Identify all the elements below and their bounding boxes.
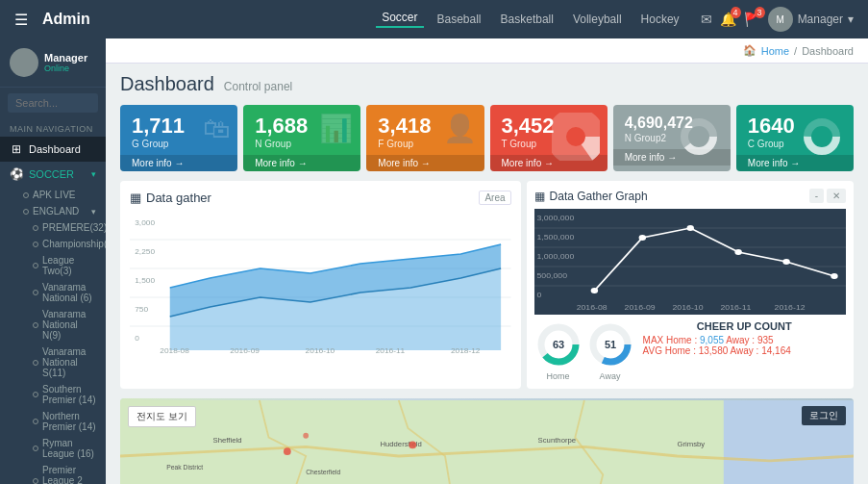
sidebar-item-premere[interactable]: PREMERE(32) [17,219,106,236]
stat-card-t-group: 3,452 T Group More info → [490,105,608,171]
label-northern: Northern Premier (14) [42,411,96,432]
sidebar-avatar [10,48,38,77]
svg-text:2,250: 2,250 [135,247,155,256]
nav-baseball[interactable]: Baseball [432,13,487,26]
svg-text:0: 0 [536,292,542,299]
svg-text:51: 51 [604,339,615,350]
stat-label-n2: N Group2 [625,133,719,143]
alert-badge: 3 [755,7,765,18]
cheer-max: MAX Home : 9,055 Away : 935 [643,335,846,345]
chevron-down-icon: ▾ [848,13,854,26]
sidebar-item-vanarama9[interactable]: Vanarama National N(9) [17,306,106,344]
label-vanarama6: Vanarama National (6) [42,282,96,303]
nav-basketball[interactable]: Basketball [495,13,559,26]
manager-label: Manager [798,13,843,26]
svg-text:Grimsby: Grimsby [677,441,705,449]
sidebar: Manager Online MAIN NAVIGATION ⊞ Dashboa… [0,38,106,484]
sidebar-item-apk-live[interactable]: APK LIVE [8,187,106,203]
stat-card-n-group: 📊 1,688 N Group More info → [243,105,360,171]
graph-dot [782,259,789,265]
sidebar-label-apk-live: APK LIVE [33,190,75,200]
bar-chart-icon: ▦ [130,191,141,205]
stat-more-g[interactable]: More info → [120,155,237,171]
gather-graph-svg: 3,000,000 1,500,000 1,000,000 500,000 0 [534,209,846,315]
sidebar-label-soccer: SOCCER [29,168,74,180]
svg-point-50 [409,442,416,449]
sidebar-item-dashboard[interactable]: ⊞ Dashboard [0,137,106,162]
sidebar-item-soccer[interactable]: ⚽ SOCCER ▾ [0,162,106,187]
cheer-stats: CHEER UP COUNT MAX Home : 9,055 Away : 9… [638,320,846,381]
sidebar-search-container [0,88,106,118]
stat-label-g: G Group [132,139,226,149]
dot-icon [33,446,38,451]
dot-icon [33,322,38,328]
nav-volleyball[interactable]: Volleyball [567,13,628,26]
svg-point-51 [303,433,309,439]
area-chart-svg: 3,000 2,250 1,500 750 0 [130,211,511,355]
stat-more-n[interactable]: More info → [243,155,360,171]
sidebar-item-premier2[interactable]: Premier League 2 (1) [17,462,106,484]
svg-text:2016-09: 2016-09 [230,346,260,355]
sidebar-item-england[interactable]: ENGLAND ▾ [8,203,106,219]
graph-dot [590,288,597,293]
pie-chart-icon [552,113,600,161]
england-chevron: ▾ [91,207,96,217]
stat-more-f[interactable]: More info → [366,155,484,171]
svg-text:2016-09: 2016-09 [624,304,656,312]
breadcrumb-home[interactable]: Home [761,45,789,57]
charts-row: ▦ Data gather Area 3,000 2,250 [106,176,868,394]
map-view-button[interactable]: 전지도 보기 [128,406,196,427]
grid-icon: ▦ [534,190,545,203]
label-premier2: Premier League 2 (1) [42,465,96,484]
chart-area-left: 3,000 2,250 1,500 750 0 [130,211,511,355]
svg-point-49 [284,447,291,455]
bell-icon[interactable]: 🔔4 [720,12,736,27]
chart-header-right: ▦ Data Gather Graph - ✕ [534,189,846,203]
sidebar-item-southern[interactable]: Southern Premier (14) [17,381,106,408]
chart-btn-close[interactable]: ✕ [827,189,846,203]
chart-btn-minus[interactable]: - [809,189,824,203]
sidebar-item-championship[interactable]: Championship(12) [17,236,106,252]
data-gather-graph: ▦ Data Gather Graph - ✕ [527,181,854,389]
alert-icon[interactable]: 🚩3 [744,12,760,27]
svg-text:2016-10: 2016-10 [672,304,704,312]
mail-icon[interactable]: ✉ [701,12,712,27]
home-label: Home [534,371,583,381]
dot-icon [23,192,29,198]
map-svg: Sheffield Huddersfield Scunthorpe Grimsb… [120,398,854,484]
svg-text:0: 0 [135,334,139,343]
label-vanarama9: Vanarama National N(9) [42,309,96,341]
stat-card-c-group: 1640 C Group More info → [736,105,854,171]
chart-badge-left: Area [479,191,510,205]
sidebar-item-vanarama11[interactable]: Vanarama National S(11) [17,344,106,381]
content-area: 🏠 Home / Dashboard Dashboard Control pan… [106,38,868,484]
breadcrumb-sep: / [794,45,797,57]
graph-dot [734,249,741,255]
svg-text:500,000: 500,000 [536,272,567,280]
dot-icon [33,360,38,366]
sidebar-item-ryman[interactable]: Ryman League (16) [17,435,106,462]
england-sub: PREMERE(32) Championship(12) League Two(… [8,219,106,484]
label-vanarama11: Vanarama National S(11) [42,346,96,378]
hamburger-menu[interactable]: ☰ [14,11,28,29]
search-input[interactable] [8,93,98,113]
away-donut: 51 Away [586,320,634,381]
svg-text:2016-08: 2016-08 [576,304,608,312]
donut2-chart-icon [798,113,846,161]
sidebar-item-northern[interactable]: Northern Premier (14) [17,408,106,435]
sidebar-item-vanarama6[interactable]: Vanarama National (6) [17,279,106,306]
nav-soccer[interactable]: Soccer [376,11,423,28]
dot-icon [33,242,38,247]
sidebar-item-league-two[interactable]: League Two(3) [17,252,106,279]
user-menu[interactable]: M Manager ▾ [768,7,854,32]
svg-text:2018-08: 2018-08 [160,346,189,355]
home-donut-svg: 63 [534,320,583,369]
nav-hockey[interactable]: Hockey [635,13,685,26]
sidebar-user: Manager Online [0,38,106,88]
dot-icon [33,263,38,268]
page-subtitle: Control panel [224,80,292,93]
stat-label-c: C Group [748,139,842,149]
svg-rect-20 [534,209,846,315]
map-login-button[interactable]: 로그인 [802,406,846,425]
home-icon: 🏠 [743,44,756,57]
